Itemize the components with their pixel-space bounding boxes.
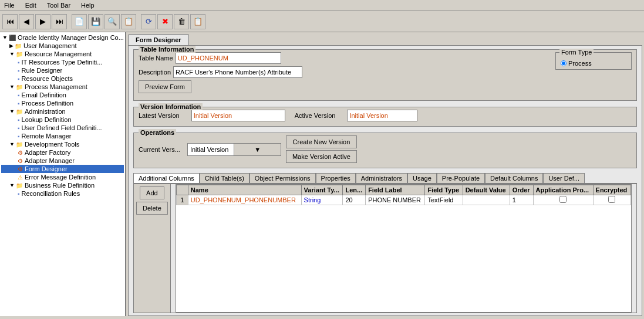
tree-recon-rules[interactable]: ▪ Reconciliation Rules <box>1 189 124 198</box>
active-version-value: Initial Version <box>347 110 417 121</box>
tab-additional-columns[interactable]: Additional Columns <box>133 173 200 183</box>
tree-error-msg[interactable]: ⚠ Error Message Definition <box>1 173 124 181</box>
bottom-tab-strip: Additional Columns Child Table(s) Object… <box>133 173 637 184</box>
tree-form-designer[interactable]: ⚙ Form Designer <box>1 165 124 173</box>
col-header-fieldtype[interactable]: Field Type <box>425 185 463 195</box>
add-row-btn[interactable]: Add <box>140 186 164 199</box>
row-fieldtype-1[interactable]: TextField <box>425 195 463 205</box>
leaf-it-icon: ▪ <box>18 59 20 66</box>
col-header-len[interactable]: Len... <box>343 185 366 195</box>
tree-adapter-mgr[interactable]: ⚙ Adapter Manager <box>1 157 124 165</box>
create-version-btn[interactable]: Create New Version <box>286 135 357 148</box>
tab-pre-populate[interactable]: Pre-Populate <box>437 173 485 183</box>
leaf-recon-icon: ▪ <box>18 191 20 197</box>
tree-user-mgmt[interactable]: ▶ 📁 User Management <box>1 42 124 50</box>
tree-pd-label: Process Definition <box>22 100 74 107</box>
tab-default-columns[interactable]: Default Columns <box>485 173 543 183</box>
col-header-variant[interactable]: Variant Ty... <box>301 185 343 195</box>
tab-usage[interactable]: Usage <box>407 173 437 183</box>
tree-admin[interactable]: ▼ 📁 Administration <box>1 107 124 116</box>
expand-root[interactable]: ▼ <box>2 35 8 40</box>
toolbar-new[interactable]: 📄 <box>72 14 87 29</box>
tree-lookup-label: Lookup Definition <box>22 116 72 123</box>
col-header-encrypted[interactable]: Encrypted <box>593 185 630 195</box>
tree-panel: ▼ ⬛ Oracle Identity Manager Design Co...… <box>0 32 126 316</box>
tree-it-resources[interactable]: ▪ IT Resources Type Definiti... <box>1 58 124 66</box>
tab-object-permissions[interactable]: Object Permissions <box>249 173 316 183</box>
description-label: Description <box>139 69 171 76</box>
tree-remote-mgr[interactable]: ▪ Remote Manager <box>1 132 124 140</box>
toolbar-save[interactable]: 💾 <box>88 14 103 29</box>
tree-biz-rule[interactable]: ▼ 📁 Business Rule Definition <box>1 181 124 189</box>
toolbar-delete[interactable]: ✖ <box>157 14 173 29</box>
tree-resource-objects[interactable]: ▪ Resource Objects <box>1 74 124 83</box>
toolbar-refresh[interactable]: ⟳ <box>141 14 156 29</box>
data-table: Name Variant Ty... Len... Field Label Fi… <box>176 185 631 205</box>
preview-form-btn[interactable]: Preview Form <box>139 80 191 93</box>
version-info-label: Version Information <box>139 103 203 110</box>
expand-resource[interactable]: ▼ <box>9 51 15 57</box>
select-arrow-icon[interactable]: ▼ <box>234 144 281 155</box>
tree-resource-mgmt[interactable]: ▼ 📁 Resource Management <box>1 50 124 58</box>
toolbar-first[interactable]: ⏮ <box>2 14 18 29</box>
row-name-1[interactable]: UD_PHONENUM_PHONENUMBER <box>188 195 301 205</box>
toolbar-next[interactable]: ▶ <box>35 14 50 29</box>
tab-form-designer[interactable]: Form Designer <box>128 34 189 45</box>
tree-process-mgmt[interactable]: ▼ 📁 Process Management <box>1 83 124 91</box>
row-len-1[interactable]: 20 <box>343 195 366 205</box>
toolbar-copy[interactable]: 📋 <box>121 14 136 29</box>
tab-administrators[interactable]: Administrators <box>356 173 407 183</box>
row-encrypted-1[interactable] <box>593 195 630 205</box>
toolbar-last[interactable]: ⏭ <box>52 14 67 29</box>
tree-dev-tools[interactable]: ▼ 📁 Development Tools <box>1 140 124 148</box>
col-header-defaultval[interactable]: Default Value <box>463 185 510 195</box>
row-fieldlabel-1[interactable]: PHONE NUMBER <box>366 195 425 205</box>
expand-user[interactable]: ▶ <box>9 43 14 49</box>
folder-user-icon: 📁 <box>15 43 22 49</box>
tree-udf[interactable]: ▪ User Defined Field Definiti... <box>1 124 124 132</box>
col-header-order[interactable]: Order <box>510 185 533 195</box>
apppro-checkbox-1[interactable] <box>559 196 567 203</box>
toolbar-search[interactable]: 🔍 <box>104 14 120 29</box>
tree-process-def[interactable]: ▪ Process Definition <box>1 99 124 107</box>
current-version-select[interactable]: Initial Version ▼ <box>187 143 281 156</box>
tab-properties[interactable]: Properties <box>316 173 356 183</box>
menu-toolbar[interactable]: Tool Bar <box>45 1 72 9</box>
menu-file[interactable]: File <box>2 1 16 9</box>
menu-edit[interactable]: Edit <box>23 1 38 9</box>
tree-adapter-factory[interactable]: ⚙ Adapter Factory <box>1 148 124 157</box>
description-input[interactable] <box>173 66 302 78</box>
leaf-am-icon: ⚙ <box>18 158 23 164</box>
menu-help[interactable]: Help <box>79 1 96 9</box>
col-header-name[interactable]: Name <box>188 185 301 195</box>
expand-dev[interactable]: ▼ <box>9 141 15 147</box>
table-name-label: Table Name <box>139 55 173 62</box>
row-defaultval-1[interactable] <box>463 195 510 205</box>
encrypted-checkbox-1[interactable] <box>608 196 615 203</box>
row-variant-1[interactable]: String <box>301 195 343 205</box>
tab-user-def[interactable]: User Def... <box>543 173 585 183</box>
version-row: Latest Version Initial Version Active Ve… <box>139 110 632 121</box>
expand-admin[interactable]: ▼ <box>9 108 15 114</box>
expand-process[interactable]: ▼ <box>9 84 15 90</box>
col-header-fieldlabel[interactable]: Field Label <box>366 185 425 195</box>
folder-biz-icon: 📁 <box>16 182 23 189</box>
tab-child-tables[interactable]: Child Table(s) <box>200 173 249 183</box>
current-version-value: Initial Version <box>188 146 234 153</box>
table-name-input[interactable] <box>176 52 281 64</box>
leaf-af-icon: ⚙ <box>18 150 23 156</box>
toolbar-prev[interactable]: ◀ <box>19 14 34 29</box>
toolbar-trash[interactable]: 🗑 <box>174 14 189 29</box>
toolbar-paste[interactable]: 📋 <box>190 14 205 29</box>
tree-email-def[interactable]: ▪ Email Definition <box>1 91 124 99</box>
row-order-1[interactable]: 1 <box>510 195 533 205</box>
row-apppro-1[interactable] <box>533 195 593 205</box>
expand-biz[interactable]: ▼ <box>9 182 15 188</box>
form-type-process-radio[interactable] <box>561 60 567 66</box>
col-header-apppro[interactable]: Application Pro... <box>533 185 593 195</box>
make-active-btn[interactable]: Make Version Active <box>286 150 357 163</box>
tree-lookup-def[interactable]: ▪ Lookup Definition <box>1 116 124 124</box>
delete-row-btn[interactable]: Delete <box>136 202 168 215</box>
tree-root-item[interactable]: ▼ ⬛ Oracle Identity Manager Design Co... <box>1 33 124 42</box>
tree-rule-designer[interactable]: ▪ Rule Designer <box>1 66 124 74</box>
